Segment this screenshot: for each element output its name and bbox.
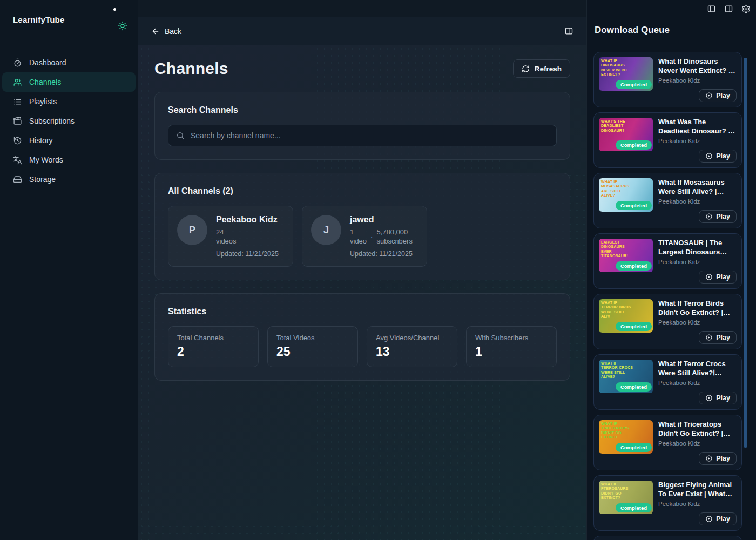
thumbnail-text: What If Dinosaurs Never Went Extinct?: [601, 59, 634, 77]
play-circle-icon: [705, 152, 713, 160]
status-badge: Completed: [616, 261, 652, 271]
app-title: LearnifyTube: [13, 15, 64, 24]
page-title: Channels: [154, 59, 228, 78]
queue-item[interactable]: What If Pterosaurs Didn't Go Extinct? Co…: [593, 475, 742, 531]
search-input[interactable]: [191, 131, 549, 140]
queue-title: Download Queue: [595, 25, 748, 36]
sidebar-item-label: Dashboard: [29, 58, 66, 67]
users-icon: [13, 78, 22, 87]
stat-value: 13: [376, 345, 448, 359]
play-button[interactable]: Play: [699, 210, 737, 223]
page-toolbar: Back: [138, 17, 586, 45]
page-content: Channels Refresh Search Channels All Cha…: [138, 45, 586, 540]
status-badge: Completed: [616, 382, 652, 392]
thumbnail-text: What If Pterosaurs Didn't Go Extinct?: [601, 482, 634, 501]
queue-scrollbar[interactable]: [744, 58, 747, 448]
thumbnail-text: What If Mosasaurus are Still Alive?: [601, 180, 634, 198]
queue-list: What If Dinosaurs Never Went Extinct? Co…: [587, 45, 756, 540]
queue-item[interactable]: What's The Deadliest Dinosaur? Completed…: [593, 112, 742, 168]
search-box: [168, 125, 557, 146]
queue-item[interactable]: What If Terror Birds Were Still Aliv Com…: [593, 294, 742, 349]
sidebar-item-channels[interactable]: Channels: [2, 72, 136, 92]
search-section-title: Search Channels: [168, 105, 557, 115]
thumbnail-text: What If Triceratops Didn't Go Extinct: [601, 422, 634, 440]
all-channels-title: All Channels (2): [168, 186, 557, 196]
avatar: J: [311, 215, 341, 245]
status-badge: Completed: [616, 140, 652, 150]
panel-right-toggle-icon[interactable]: [564, 26, 573, 36]
play-label: Play: [716, 455, 730, 462]
play-circle-icon: [705, 334, 713, 341]
sidebar-item-subscriptions[interactable]: Subscriptions: [2, 111, 136, 131]
channel-video-count: 24 videos: [216, 228, 237, 246]
video-title: What if Triceratops Didn't Go Extinct? |…: [658, 420, 737, 438]
stat-avg-videos: Avg Videos/Channel 13: [367, 326, 457, 367]
video-title: What If Terror Birds Didn't Go Extinct? …: [658, 299, 737, 317]
play-button[interactable]: Play: [699, 331, 737, 344]
search-channels-card: Search Channels: [154, 92, 570, 160]
stat-label: Avg Videos/Channel: [376, 334, 448, 342]
sidebar-item-label: Subscriptions: [29, 117, 75, 125]
list-icon: [13, 97, 22, 106]
play-button[interactable]: Play: [699, 392, 737, 404]
stat-label: With Subscribers: [475, 334, 548, 342]
play-label: Play: [716, 394, 730, 402]
main-column: Back Channels Refresh Search Channels: [138, 0, 586, 540]
queue-item[interactable]: What If Terror Crocs Were Still Alive? C…: [593, 354, 742, 410]
play-button[interactable]: Play: [699, 452, 737, 465]
thumbnail-text: Largest Dinosaurs Ever Titanosaur!: [601, 240, 634, 259]
play-button[interactable]: Play: [699, 150, 737, 163]
channel-card-peekaboo-kidz[interactable]: P Peekaboo Kidz 24 videos Updated: 11/21…: [168, 206, 293, 267]
translate-icon: [13, 156, 22, 165]
theme-toggle-sun-icon[interactable]: [118, 21, 127, 31]
video-title: What If Terror Crocs Were Still Alive?ⅼ …: [658, 360, 737, 377]
channel-card-jawed[interactable]: J jawed 1 video · 5,780,000 subscribers …: [302, 206, 427, 267]
queue-item[interactable]: What If Mosasaurus are Still Alive? Comp…: [593, 173, 742, 228]
video-channel: Peekaboo Kidz: [658, 138, 737, 144]
play-button[interactable]: Play: [699, 512, 737, 525]
sidebar-nav: Dashboard Channels Playlists Subscriptio…: [0, 53, 138, 189]
channel-subscriber-count: 5,780,000 subscribers: [376, 228, 412, 246]
stat-value: 25: [276, 345, 349, 359]
sidebar-item-label: Channels: [29, 78, 61, 86]
panel-left-toggle-icon[interactable]: [707, 4, 716, 14]
statistics-card: Statistics Total Channels 2 Total Videos…: [154, 293, 570, 381]
queue-item-partial[interactable]: [593, 536, 742, 540]
back-button[interactable]: Back: [151, 27, 181, 36]
video-channel: Peekaboo Kidz: [658, 380, 737, 386]
status-dot: [113, 8, 116, 11]
sidebar-item-my-words[interactable]: My Words: [2, 150, 136, 170]
refresh-icon: [522, 65, 530, 73]
sidebar-item-playlists[interactable]: Playlists: [2, 92, 136, 111]
video-thumbnail: What If Terror Crocs Were Still Alive? C…: [599, 360, 653, 393]
panel-right-toggle-icon[interactable]: [724, 4, 733, 14]
play-label: Play: [716, 213, 730, 220]
queue-item[interactable]: Largest Dinosaurs Ever Titanosaur! Compl…: [593, 233, 742, 289]
refresh-button[interactable]: Refresh: [513, 59, 570, 78]
play-label: Play: [716, 334, 730, 341]
search-icon: [176, 131, 185, 140]
play-label: Play: [716, 92, 730, 99]
video-thumbnail: What If Dinosaurs Never Went Extinct? Co…: [599, 57, 653, 91]
sidebar-item-storage[interactable]: Storage: [2, 170, 136, 189]
queue-item[interactable]: What If Triceratops Didn't Go Extinct Co…: [593, 415, 742, 470]
sidebar-item-dashboard[interactable]: Dashboard: [2, 53, 136, 72]
play-label: Play: [716, 273, 730, 281]
video-channel: Peekaboo Kidz: [658, 319, 737, 326]
video-channel: Peekaboo Kidz: [658, 259, 737, 265]
thumbnail-text: What If Terror Birds Were Still Aliv: [601, 301, 634, 319]
sidebar-item-label: Storage: [29, 175, 56, 184]
stat-total-videos: Total Videos 25: [267, 326, 358, 367]
hard-drive-icon: [13, 175, 22, 184]
stat-value: 2: [177, 345, 249, 359]
status-badge: Completed: [616, 80, 652, 89]
channel-updated: Updated: 11/21/2025: [216, 250, 279, 258]
refresh-label: Refresh: [535, 65, 562, 73]
queue-item[interactable]: What If Dinosaurs Never Went Extinct? Co…: [593, 52, 742, 107]
sidebar-item-label: Playlists: [29, 97, 57, 106]
gear-icon[interactable]: [741, 4, 751, 14]
video-channel: Peekaboo Kidz: [658, 77, 737, 84]
play-button[interactable]: Play: [699, 271, 737, 284]
sidebar-item-history[interactable]: History: [2, 131, 136, 150]
play-button[interactable]: Play: [699, 89, 737, 102]
